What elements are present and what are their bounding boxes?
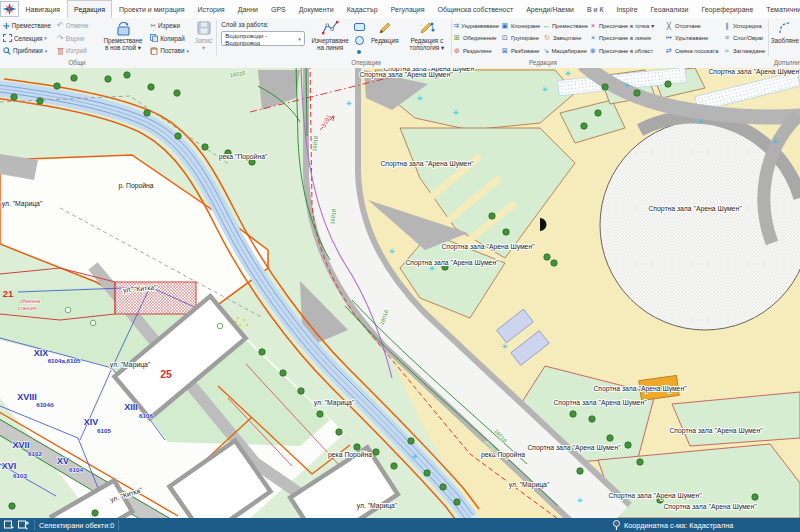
utility-marker-icon: ✳ xyxy=(542,85,548,94)
general-tools-column: Преместване Селекция▾ Приближи▾ xyxy=(0,18,54,58)
select-objects-icon[interactable] xyxy=(4,520,15,530)
ribbon-toolbar: Преместване Селекция▾ Приближи▾ ↶Отмени … xyxy=(0,18,800,69)
tab-история[interactable]: История xyxy=(191,0,231,18)
map-label: ул. "Марица" xyxy=(509,481,550,489)
tree-icon xyxy=(105,76,111,82)
draw-circle-button[interactable] xyxy=(355,36,364,45)
polyline-icon xyxy=(321,20,339,36)
map-label: 21 xyxy=(3,288,14,299)
edit-button[interactable]: Редакция xyxy=(366,18,404,58)
draw-line-button[interactable]: Изчертаванена линия xyxy=(308,18,353,58)
tree-icon xyxy=(92,510,98,516)
отсичане-button[interactable]: ╳Отсичане xyxy=(665,20,721,31)
utility-marker-icon: ✳ xyxy=(502,342,508,351)
map-label: 6103 xyxy=(13,472,27,479)
coordinate-system-status[interactable]: Координатна с-ма: Кадастрална xyxy=(612,520,733,530)
tree-icon xyxy=(454,499,460,505)
selection-button[interactable]: Селекция▾ xyxy=(2,33,52,44)
клониране-button[interactable]: ▣Клониране xyxy=(501,20,541,31)
групиране-button[interactable]: ⊡Групиране xyxy=(501,33,541,44)
move-button[interactable]: Преместване xyxy=(2,20,52,31)
tab-данни[interactable]: Данни xyxy=(231,0,264,18)
map-label: станция xyxy=(18,305,37,311)
map-label: река Поройна xyxy=(481,451,525,459)
select-layers-icon[interactable] xyxy=(18,520,30,530)
redo-button[interactable]: ↷Върни xyxy=(56,33,97,44)
tree-icon xyxy=(570,411,576,417)
pencil-topology-icon xyxy=(419,20,435,36)
paste-button[interactable]: Постави▾ xyxy=(149,45,190,56)
tab-в-и-к[interactable]: В и К xyxy=(580,0,610,18)
tab-документи[interactable]: Документи xyxy=(292,0,340,18)
group-label-operations: Операции xyxy=(351,59,380,66)
tab-аренди-наеми[interactable]: Аренди/Наеми xyxy=(520,0,581,18)
utility-marker-icon: ✳ xyxy=(412,452,418,461)
edit-topology-button[interactable]: Редакция стопология ▾ xyxy=(404,18,450,58)
app-logo-icon[interactable] xyxy=(0,0,19,18)
пресичане-в-линия-button[interactable]: ×Пресичане в линия xyxy=(589,33,663,44)
status-bar: Селектирани обекти:0 Координатна с-ма: К… xyxy=(0,518,800,532)
move-to-new-layer-button[interactable]: Преместванев нов слой ▾ xyxy=(99,18,147,58)
обединение-button[interactable]: ⊞Обединение xyxy=(453,33,499,44)
tree-icon xyxy=(280,370,286,376)
tree-icon xyxy=(589,416,595,422)
tool-icon: × xyxy=(589,22,597,30)
tree-icon xyxy=(607,435,613,441)
map-label: 6104б xyxy=(36,401,54,408)
tab-проекти-и-миграция[interactable]: Проекти и миграция xyxy=(112,0,191,18)
разбиване-button[interactable]: ⊠Разбиване xyxy=(501,45,541,56)
tab-inspire[interactable]: Inspire xyxy=(610,0,644,18)
save-button[interactable]: Запис ▾ xyxy=(192,18,215,58)
working-layer-combobox[interactable]: Водопроводи - Водопровод▾ xyxy=(221,31,305,46)
cut-button[interactable]: ✂Изрежи xyxy=(149,20,190,31)
tab-общинска-собственост[interactable]: Общинска собственост xyxy=(431,0,520,18)
заглаждане-button[interactable]: ≈Заглаждане xyxy=(723,45,767,56)
смяна-посоката-button[interactable]: ⇄Смяна посоката xyxy=(665,45,721,56)
tree-icon xyxy=(577,468,583,474)
преместване-button[interactable]: ↔Преместване xyxy=(543,20,587,31)
utility-marker-icon: ✳ xyxy=(417,94,423,103)
tree-icon xyxy=(665,81,671,87)
tool-icon: ↔ xyxy=(543,22,550,30)
tab-георефериране[interactable]: Георефериране xyxy=(695,0,760,18)
tab-тематични-карти[interactable]: Тематични карти xyxy=(760,0,800,18)
завъртане-button[interactable]: ↻Завъртане xyxy=(543,33,587,44)
удължаване-button[interactable]: ↦Удължаване xyxy=(665,33,721,44)
utility-marker-icon: ✳ xyxy=(697,117,703,126)
пресичане-в-област-button[interactable]: ⊗Пресичане в област xyxy=(589,45,663,56)
map-canvas[interactable]: ✳✳✳✳✳✳✳✳✳✳✳✳✳ Спортна зала "Арена Шумен"… xyxy=(0,68,800,518)
tab-редакция[interactable]: Редакция xyxy=(67,0,113,18)
tab-геоанализи[interactable]: Геоанализи xyxy=(644,0,695,18)
tree-icon xyxy=(602,84,608,90)
gis-application-window: НавигацияРедакцияПроекти и миграцияИстор… xyxy=(0,0,800,532)
trash-icon xyxy=(57,47,64,55)
tab-регулация[interactable]: Регулация xyxy=(384,0,431,18)
разделяне-button[interactable]: ⊘Разделяне xyxy=(453,45,499,56)
zoom-in-button[interactable]: Приближи▾ xyxy=(2,45,52,56)
copy-button[interactable]: Копирай xyxy=(149,33,190,44)
draw-rectangle-button[interactable] xyxy=(354,23,365,31)
уеднаквяване-button[interactable]: ⇉Уеднаквяване xyxy=(453,20,499,31)
undo-button[interactable]: ↶Отмени xyxy=(56,20,97,31)
tree-icon xyxy=(625,442,631,448)
move-icon xyxy=(3,22,10,30)
clipboard-column: ✂Изрежи Копирай Постави▾ xyxy=(147,18,192,58)
tool-icon: ⊡ xyxy=(501,34,509,42)
copy-icon xyxy=(150,34,158,42)
tab-gps[interactable]: GPS xyxy=(264,0,292,18)
pencil-icon xyxy=(378,20,392,36)
redo-icon: ↷ xyxy=(57,34,64,43)
tree-icon xyxy=(174,90,180,96)
слог-овраг-button[interactable]: ≡Слог/Овраг xyxy=(723,33,767,44)
tab-кадастър[interactable]: Кадастър xyxy=(340,0,384,18)
utility-marker-icon: ✳ xyxy=(346,99,352,108)
tab-навигация[interactable]: Навигация xyxy=(19,0,67,18)
delete-button[interactable]: Изтрий xyxy=(56,45,97,56)
tree-icon xyxy=(391,463,397,469)
rounding-button[interactable]: Заобляне xyxy=(770,18,800,58)
пресичане-в-точка-button[interactable]: ×Пресичане в точка▾ xyxy=(589,20,663,31)
успоредна-button[interactable]: ∥Успоредна xyxy=(723,20,767,31)
tool-icon: ≈ xyxy=(723,47,731,55)
мащабиране-button[interactable]: ↘Мащабиране xyxy=(543,45,587,56)
draw-point-button[interactable] xyxy=(357,50,361,54)
